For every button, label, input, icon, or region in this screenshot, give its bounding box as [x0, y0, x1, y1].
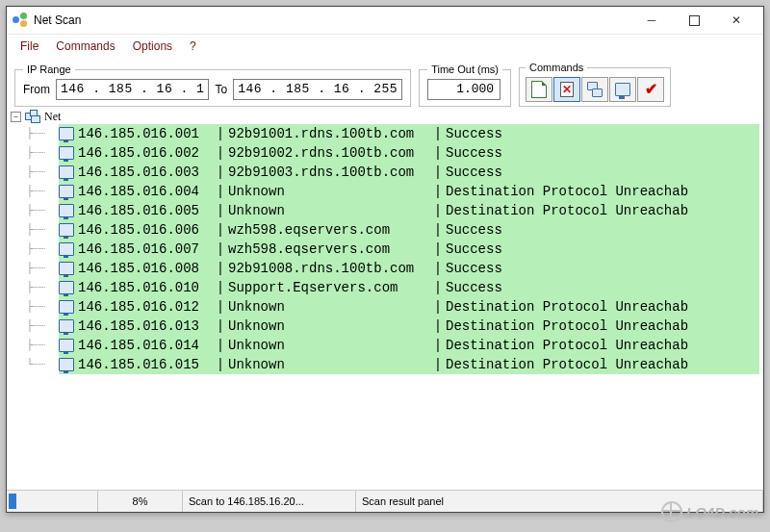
- menu-help[interactable]: ?: [182, 38, 204, 54]
- result-ip: 146.185.016.008: [78, 261, 213, 277]
- tree-branch-icon: ├┈┈: [20, 240, 59, 259]
- separator: |: [213, 318, 228, 335]
- separator: |: [430, 280, 446, 296]
- titlebar: Net Scan ─ ✕: [7, 7, 763, 35]
- result-host: wzh598.eqservers.com: [228, 222, 430, 239]
- result-row[interactable]: ├┈┈ 146.185.016.007|wzh598.eqservers.com…: [20, 240, 759, 259]
- result-ip: 146.185.016.003: [78, 165, 213, 181]
- timeout-group: Time Out (ms) 1.000: [419, 63, 511, 107]
- separator: |: [430, 222, 446, 239]
- ip-range-group: IP Range From 146 . 185 . 16 . 1 To 146 …: [14, 63, 411, 107]
- statusbar: 8% Scan to 146.185.16.20... Scan result …: [7, 490, 763, 512]
- new-document-icon: [531, 81, 547, 98]
- host-icon: [59, 339, 74, 352]
- host-icon: [59, 262, 74, 275]
- result-status: Destination Protocol Unreachab: [446, 299, 759, 316]
- separator: |: [213, 338, 228, 354]
- host-icon: [59, 204, 74, 217]
- host-icon: [59, 165, 74, 179]
- commands-group: Commands ✕ ✔: [519, 62, 671, 107]
- result-row[interactable]: ├┈┈ 146.185.016.010|Support.Eqservers.co…: [20, 278, 759, 297]
- app-window: Net Scan ─ ✕ File Commands Options ? IP …: [6, 6, 764, 513]
- result-status: Success: [446, 165, 759, 181]
- host-icon: [59, 358, 74, 371]
- host-icon: [59, 319, 74, 333]
- result-row[interactable]: ├┈┈ 146.185.016.002|92b91002.rdns.100tb.…: [20, 143, 759, 163]
- result-host: Unknown: [228, 184, 430, 200]
- result-ip: 146.185.016.006: [78, 222, 213, 239]
- result-host: Unknown: [228, 357, 430, 373]
- separator: |: [213, 203, 228, 219]
- tree-branch-icon: ├┈┈: [20, 278, 59, 297]
- commands-legend: Commands: [526, 62, 587, 73]
- host-button[interactable]: [609, 77, 636, 102]
- ip-from-input[interactable]: 146 . 185 . 16 . 1: [56, 79, 209, 100]
- result-host: Unknown: [228, 338, 430, 354]
- result-row[interactable]: ├┈┈ 146.185.016.004|Unknown|Destination …: [20, 182, 759, 201]
- result-row[interactable]: ├┈┈ 146.185.016.003|92b91003.rdns.100tb.…: [20, 163, 759, 182]
- timeout-input[interactable]: 1.000: [427, 79, 500, 100]
- result-row[interactable]: ├┈┈ 146.185.016.012|Unknown|Destination …: [20, 297, 759, 317]
- result-ip: 146.185.016.002: [78, 145, 213, 162]
- result-row[interactable]: ├┈┈ 146.185.016.014|Unknown|Destination …: [20, 336, 759, 355]
- stop-scan-button[interactable]: ✕: [553, 77, 580, 102]
- tree-root[interactable]: − Net: [11, 109, 759, 124]
- separator: |: [213, 222, 228, 239]
- network-button[interactable]: [581, 77, 608, 102]
- tree-branch-icon: ├┈┈: [20, 201, 59, 220]
- result-host: 92b91001.rdns.100tb.com: [228, 126, 430, 142]
- ip-to-input[interactable]: 146 . 185 . 16 . 255: [233, 79, 402, 100]
- check-icon: ✔: [645, 82, 657, 97]
- result-row[interactable]: ├┈┈ 146.185.016.006|wzh598.eqservers.com…: [20, 220, 759, 240]
- result-ip: 146.185.016.015: [78, 357, 213, 373]
- menu-file[interactable]: File: [13, 38, 46, 54]
- status-panel-text: Scan result panel: [356, 491, 763, 512]
- result-row[interactable]: ├┈┈ 146.185.016.013|Unknown|Destination …: [20, 317, 759, 336]
- result-host: Unknown: [228, 318, 430, 335]
- result-row[interactable]: └┈┈ 146.185.016.015|Unknown|Destination …: [20, 355, 759, 374]
- host-icon: [59, 127, 74, 140]
- stop-icon: ✕: [559, 82, 575, 97]
- tree-root-label: Net: [44, 109, 61, 124]
- separator: |: [213, 184, 228, 200]
- ip-from-label: From: [23, 83, 50, 96]
- separator: |: [430, 261, 446, 277]
- computer-icon: [615, 83, 630, 96]
- result-row[interactable]: ├┈┈ 146.185.016.001|92b91001.rdns.100tb.…: [20, 124, 759, 143]
- separator: |: [430, 338, 446, 354]
- result-status: Success: [446, 261, 759, 277]
- result-host: wzh598.eqservers.com: [228, 241, 430, 258]
- result-ip: 146.185.016.004: [78, 184, 213, 200]
- result-ip: 146.185.016.005: [78, 203, 213, 219]
- separator: |: [213, 126, 228, 142]
- tree-branch-icon: ├┈┈: [20, 317, 59, 336]
- verify-button[interactable]: ✔: [637, 77, 664, 102]
- result-host: 92b91002.rdns.100tb.com: [228, 145, 430, 162]
- menu-commands[interactable]: Commands: [48, 38, 122, 54]
- result-ip: 146.185.016.013: [78, 318, 213, 335]
- separator: |: [213, 299, 228, 316]
- host-icon: [59, 300, 74, 314]
- separator: |: [213, 241, 228, 258]
- tree-branch-icon: ├┈┈: [20, 182, 59, 201]
- minimize-button[interactable]: ─: [630, 7, 673, 34]
- maximize-button[interactable]: [673, 7, 715, 34]
- result-status: Success: [446, 145, 759, 162]
- menu-options[interactable]: Options: [125, 38, 180, 54]
- result-ip: 146.185.016.010: [78, 280, 213, 296]
- separator: |: [213, 145, 228, 162]
- network-node-icon: [25, 110, 40, 123]
- ip-range-legend: IP Range: [23, 63, 75, 75]
- separator: |: [430, 357, 446, 373]
- result-status: Destination Protocol Unreachab: [446, 357, 759, 373]
- collapse-icon[interactable]: −: [11, 112, 21, 122]
- close-button[interactable]: ✕: [715, 7, 757, 34]
- toolbar: IP Range From 146 . 185 . 16 . 1 To 146 …: [7, 58, 763, 114]
- result-panel[interactable]: − Net ├┈┈ 146.185.016.001|92b91001.rdns.…: [7, 107, 763, 491]
- result-row[interactable]: ├┈┈ 146.185.016.005|Unknown|Destination …: [20, 201, 759, 220]
- tree-branch-icon: ├┈┈: [20, 143, 59, 163]
- result-row[interactable]: ├┈┈ 146.185.016.008|92b91008.rdns.100tb.…: [20, 259, 759, 278]
- separator: |: [430, 241, 446, 258]
- progress-percent: 8%: [98, 491, 183, 512]
- new-scan-button[interactable]: [526, 77, 552, 102]
